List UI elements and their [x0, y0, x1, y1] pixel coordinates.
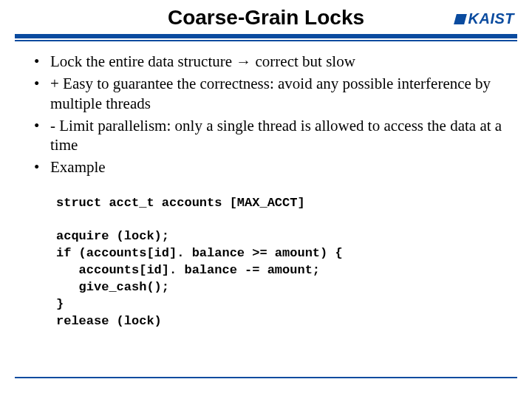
bullet-item: - Limit parallelism: only a single threa…	[30, 116, 502, 155]
header-divider	[0, 34, 532, 41]
code-line: release (lock)	[56, 314, 162, 328]
code-line: }	[56, 297, 64, 311]
code-line: accounts[id]. balance -= amount;	[56, 263, 320, 277]
footer-divider	[15, 377, 517, 378]
bullet-item: Example	[30, 157, 502, 177]
code-line: struct acct_t accounts [MAX_ACCT]	[56, 196, 305, 210]
bullet-item: Lock the entire data structure → correct…	[30, 52, 502, 71]
code-line: if (accounts[id]. balance >= amount) {	[56, 246, 343, 260]
slide-body: Lock the entire data structure → correct…	[0, 41, 532, 330]
logo-mark-icon	[454, 14, 467, 24]
code-line: give_cash();	[56, 280, 169, 294]
bullet-list: Lock the entire data structure → correct…	[30, 52, 502, 177]
code-line: acquire (lock);	[56, 229, 169, 243]
code-block: struct acct_t accounts [MAX_ACCT] acquir…	[56, 195, 502, 331]
kaist-logo: KAIST	[455, 10, 515, 27]
divider-thick	[15, 34, 517, 38]
slide: Coarse-Grain Locks KAIST Lock the entire…	[0, 0, 532, 399]
bullet-item: + Easy to guarantee the correctness: avo…	[30, 74, 502, 113]
slide-title: Coarse-Grain Locks	[168, 6, 364, 30]
slide-header: Coarse-Grain Locks KAIST	[0, 0, 532, 30]
logo-text: KAIST	[468, 10, 515, 27]
